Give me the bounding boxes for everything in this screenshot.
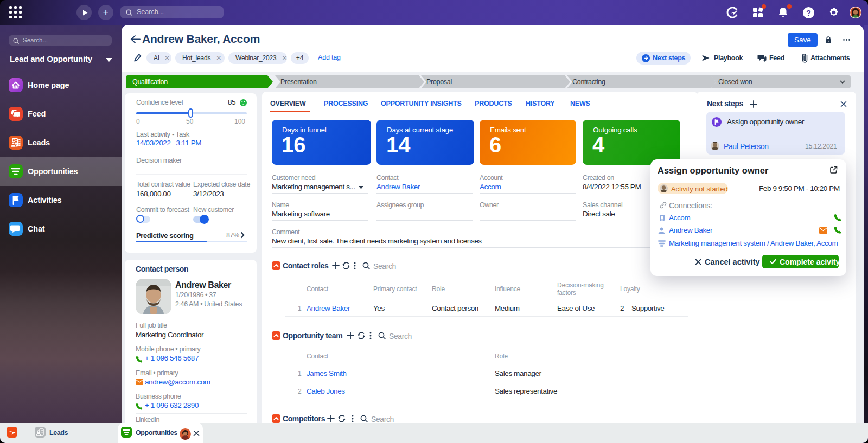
svg-text:?: ? (806, 9, 811, 17)
